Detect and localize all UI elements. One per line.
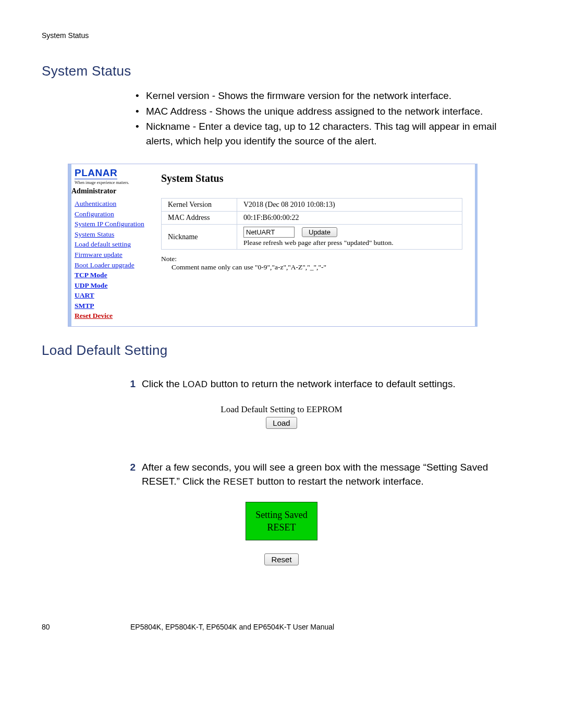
sidebar-nav: Authentication Configuration System IP C… (75, 199, 151, 321)
step-number: 1 (120, 377, 142, 391)
sidebar-admin-label: Administrator (71, 187, 151, 195)
admin-sidebar: PLANAR When image experience matters. Ad… (71, 164, 154, 326)
page-number: 80 (42, 623, 130, 631)
panel-title: System Status (161, 172, 462, 184)
note-body: Comment name only can use "0-9","a-z","A… (172, 263, 462, 272)
kernel-version-label: Kernel Version (162, 199, 237, 212)
step-2-text-post: button to restart the network interface. (254, 476, 423, 487)
running-header: System Status (42, 31, 521, 40)
page-footer: 80 EP5804K, EP5804K-T, EP6504K and EP650… (42, 623, 521, 631)
section-title-system-status: System Status (42, 63, 521, 79)
sidebar-item-auth-config[interactable]: Authentication Configuration (75, 199, 151, 219)
sidebar-item-smtp[interactable]: SMTP (75, 301, 151, 311)
reset-button[interactable]: Reset (264, 553, 298, 565)
table-row: Nickname Update Please refresh web page … (162, 225, 462, 250)
step-1-text-post: button to return the network interface t… (207, 378, 455, 389)
sidebar-item-ip-config[interactable]: System IP Configuration (75, 219, 151, 229)
system-status-screenshot: PLANAR When image experience matters. Ad… (68, 164, 475, 327)
setting-saved-line1: Setting Saved (255, 510, 308, 520)
mac-address-label: MAC Address (162, 212, 237, 225)
system-status-panel: System Status Kernel Version V2018 (Dec … (154, 164, 475, 326)
update-button[interactable]: Update (302, 227, 337, 237)
status-table: Kernel Version V2018 (Dec 08 2010 10:08:… (161, 198, 462, 250)
section-title-load-default: Load Default Setting (42, 342, 521, 359)
sidebar-item-tcp-mode[interactable]: TCP Mode (75, 270, 151, 280)
bullet-kernel-version: Kernel version - Shows the firmware vers… (136, 89, 521, 103)
sidebar-item-uart[interactable]: UART (75, 290, 151, 301)
sidebar-item-load-default[interactable]: Load default setting (75, 239, 151, 250)
step-2: 2 After a few seconds, you will see a gr… (120, 460, 521, 489)
nickname-label: Nickname (162, 225, 237, 250)
setting-saved-banner: Setting Saved RESET (246, 502, 317, 541)
bullet-nickname: Nickname - Enter a device tag, up to 12 … (136, 119, 521, 148)
step-number: 2 (120, 460, 142, 489)
note-block: Note: Comment name only can use "0-9","a… (161, 255, 462, 272)
brand-tagline: When image experience matters. (75, 180, 151, 185)
sidebar-item-system-status[interactable]: System Status (75, 229, 151, 240)
note-label: Note: (161, 255, 177, 263)
feature-bullets: Kernel version - Shows the firmware vers… (136, 89, 521, 148)
load-default-header: Load Default Setting to EEPROM (206, 404, 357, 415)
nickname-input[interactable] (243, 227, 295, 238)
step-2-button-word: RESET (223, 477, 254, 487)
footer-title: EP5804K, EP5804K-T, EP6504K and EP6504K-… (130, 623, 334, 631)
load-button[interactable]: Load (266, 417, 297, 429)
table-row: MAC Address 00:1F:B6:00:00:22 (162, 212, 462, 225)
sidebar-item-reset-device[interactable]: Reset Device (75, 311, 151, 321)
step-1: 1 Click the LOAD button to return the ne… (120, 377, 521, 391)
brand-logo: PLANAR (75, 167, 117, 179)
sidebar-item-firmware-update[interactable]: Firmware update (75, 250, 151, 260)
table-row: Kernel Version V2018 (Dec 08 2010 10:08:… (162, 199, 462, 212)
mac-address-value: 00:1F:B6:00:00:22 (237, 212, 462, 225)
scrollbar-right-edge (475, 164, 478, 327)
step-1-text-pre: Click the (142, 378, 182, 389)
refresh-message: Please refresh web page after press "upd… (243, 239, 456, 247)
sidebar-item-bootloader-upgrade[interactable]: Boot Loader upgrade (75, 260, 151, 270)
sidebar-item-udp-mode[interactable]: UDP Mode (75, 280, 151, 291)
bullet-mac-address: MAC Address - Shows the unique address a… (136, 104, 521, 119)
step-1-button-word: LOAD (182, 379, 207, 389)
load-default-screenshot: Load Default Setting to EEPROM Load (206, 404, 357, 429)
kernel-version-value: V2018 (Dec 08 2010 10:08:13) (237, 199, 462, 212)
setting-saved-screenshot: Setting Saved RESET Reset (229, 502, 334, 566)
setting-saved-line2: RESET (267, 522, 296, 533)
